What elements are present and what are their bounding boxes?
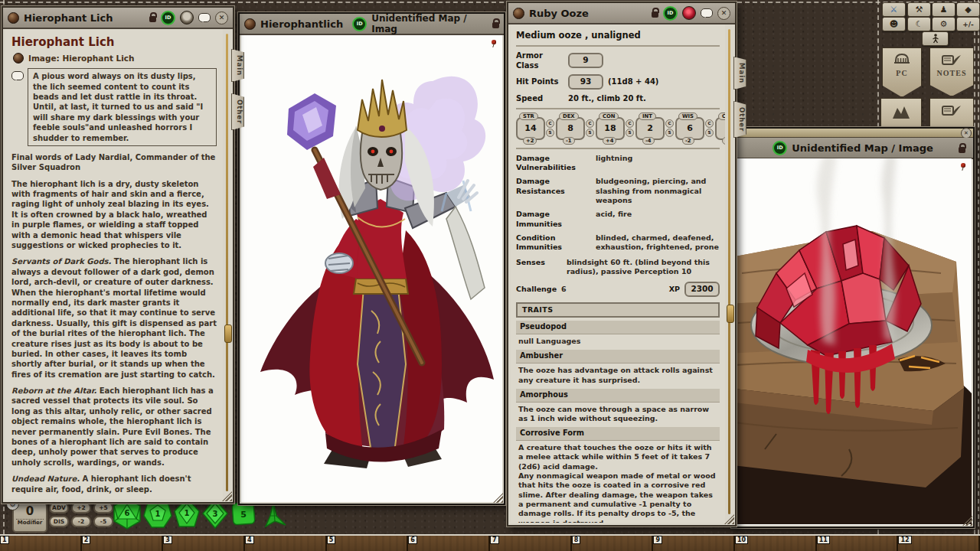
check-roll-button[interactable]: C <box>626 119 634 128</box>
toolbar-portraits-button[interactable]: ☻ <box>882 17 906 31</box>
hotkey-slot-3[interactable]: 3 <box>163 536 245 551</box>
hotkey-slot-2[interactable]: 2 <box>82 536 164 551</box>
hotkey-slot-4[interactable]: 4 <box>245 536 327 551</box>
speech-bubble-icon[interactable] <box>701 8 713 18</box>
save-roll-button[interactable]: S <box>626 129 634 137</box>
statblock-window[interactable]: Ruby Ooze ID ✕ Medium ooze , unaligned A… <box>507 2 737 527</box>
lock-icon[interactable] <box>652 11 658 18</box>
desktop-stitch-top <box>0 2 980 3</box>
plus5-button[interactable]: +5 <box>93 502 113 514</box>
link-orb-icon[interactable] <box>513 8 524 19</box>
id-badge-icon[interactable]: ID <box>773 141 787 155</box>
toolbar-modifiers-button[interactable]: +/- <box>956 17 980 31</box>
armor-class-value[interactable]: 9 <box>568 53 603 68</box>
toolbar-actions-button[interactable]: ⚔ <box>882 2 906 17</box>
hotkey-slot-6[interactable]: 6 <box>408 536 490 551</box>
id-badge-icon[interactable]: ID <box>161 11 175 25</box>
ruby-portrait-icon[interactable] <box>682 6 696 20</box>
save-roll-button[interactable]: S <box>665 129 674 137</box>
lich-image-titlebar[interactable]: Hierophantlich ID Unidentified Map / Ima… <box>240 14 504 35</box>
adv-button[interactable]: ADV <box>49 502 69 514</box>
close-icon[interactable]: ✕ <box>717 7 730 20</box>
check-roll-button[interactable]: C <box>665 119 674 128</box>
trait-text: The ooze can move through a space as nar… <box>516 403 720 425</box>
ruby-artwork[interactable] <box>734 158 972 525</box>
lich-image-window[interactable]: Hierophantlich ID Unidentified Map / Ima… <box>238 12 505 505</box>
map-pin-icon[interactable] <box>492 40 496 44</box>
statblock-titlebar[interactable]: Ruby Ooze ID ✕ <box>508 3 735 24</box>
hotkey-slot-1[interactable]: 1 <box>0 536 82 551</box>
toolbar-tools-button[interactable]: ⚒ <box>907 2 931 17</box>
ability-wis[interactable]: 6 WIS -2 CS <box>675 117 714 140</box>
hotkey-slot-10[interactable]: 10 <box>735 536 817 551</box>
dis-button[interactable]: DIS <box>49 516 69 527</box>
map-titlebar[interactable]: ID Unidentified Map / Image <box>733 138 973 159</box>
check-roll-button[interactable]: C <box>546 119 554 128</box>
lich-artwork[interactable] <box>241 35 502 502</box>
ruby-map-window[interactable]: ✕ ID Unidentified Map / Image <box>731 127 975 528</box>
tab-main[interactable]: Main <box>733 57 746 90</box>
hotkey-slot-5[interactable]: 5 <box>327 536 409 551</box>
ability-cha[interactable]: 1 CHA -5 CS <box>715 117 725 140</box>
resize-grip[interactable] <box>724 514 734 524</box>
ability-int[interactable]: 2 INT -4 CS <box>635 117 674 140</box>
tab-other[interactable]: Other <box>231 93 244 130</box>
hotkey-slot-12[interactable]: 12 <box>898 536 980 551</box>
svg-text:3: 3 <box>213 510 218 518</box>
save-roll-button[interactable]: S <box>546 129 554 137</box>
lock-icon[interactable] <box>492 22 499 28</box>
ability-con[interactable]: 18 CON +4 CS <box>596 117 634 140</box>
toolbar-party-button[interactable]: ♟ <box>932 2 956 17</box>
toolbar-options-button[interactable]: ⚙ <box>932 17 956 31</box>
plus2-button[interactable]: +2 <box>71 502 91 514</box>
hotkey-slot-7[interactable]: 7 <box>490 536 572 551</box>
hotkey-slot-8[interactable]: 8 <box>572 536 654 551</box>
xp-value[interactable]: 2300 <box>684 282 720 297</box>
tab-main[interactable]: Main <box>231 49 244 82</box>
tab-other[interactable]: Other <box>733 101 746 138</box>
check-roll-button[interactable]: C <box>586 119 594 128</box>
image-link[interactable]: Image: Hierophant Lich <box>13 53 217 64</box>
speech-bubble-icon[interactable] <box>198 13 211 22</box>
scrollbar[interactable] <box>728 29 730 514</box>
toolbar-lighting-button[interactable]: ☾ <box>907 17 931 31</box>
ability-str[interactable]: 14 STR +2 CS <box>516 117 554 140</box>
save-roll-button[interactable]: S <box>705 129 714 137</box>
close-icon[interactable]: ✕ <box>215 11 228 24</box>
lich-portrait-icon[interactable] <box>180 11 194 24</box>
hotkey-slot-9[interactable]: 9 <box>653 536 735 551</box>
banner-pc[interactable]: PC <box>882 47 922 97</box>
scrollbar[interactable] <box>226 34 228 491</box>
resize-grip[interactable] <box>222 491 232 501</box>
hotkey-slot-11[interactable]: 11 <box>817 536 899 551</box>
trait-pseudopod[interactable]: Pseudopod <box>516 321 720 334</box>
story-paragraph: The hierophant lich is a dry, dusty skel… <box>11 179 217 251</box>
image-link-label[interactable]: Image: Hierophant Lich <box>28 53 135 64</box>
scrollbar-handle[interactable] <box>727 305 734 323</box>
save-roll-button[interactable]: S <box>586 129 594 137</box>
story-window[interactable]: Hierophant Lich ID ✕ Hierophant Lich Ima… <box>2 6 234 504</box>
map-pin-icon[interactable] <box>961 163 965 168</box>
link-orb-icon[interactable] <box>244 18 256 30</box>
check-roll-button[interactable]: C <box>705 119 714 128</box>
banner-notes[interactable]: NOTES <box>929 47 974 96</box>
trait-amorphous[interactable]: Amorphous <box>516 389 720 403</box>
lock-icon[interactable] <box>149 16 156 22</box>
trait-ambusher[interactable]: Ambusher <box>516 350 720 364</box>
story-titlebar[interactable]: Hierophant Lich ID ✕ <box>3 8 233 29</box>
lock-icon[interactable] <box>959 147 965 153</box>
toolbar-pointer-button[interactable] <box>922 31 949 46</box>
ability-dex[interactable]: 8 DEX -1 CS <box>556 117 594 140</box>
scrollbar-handle[interactable] <box>224 324 232 343</box>
hit-points-value[interactable]: 93 <box>568 74 603 90</box>
trait-corrosive-form[interactable]: Corrosive Form <box>516 427 720 441</box>
link-orb-icon[interactable] <box>8 12 19 24</box>
id-badge-icon[interactable]: ID <box>352 17 367 31</box>
hit-dice: (11d8 + 44) <box>608 77 658 86</box>
minus2-button[interactable]: -2 <box>71 516 91 527</box>
id-badge-icon[interactable]: ID <box>663 6 678 21</box>
close-icon[interactable]: ✕ <box>961 128 972 139</box>
minus5-button[interactable]: -5 <box>93 516 113 527</box>
hotkey-number: 12 <box>898 536 911 544</box>
toolbar-dicebag-button[interactable]: ◆ <box>956 2 980 17</box>
